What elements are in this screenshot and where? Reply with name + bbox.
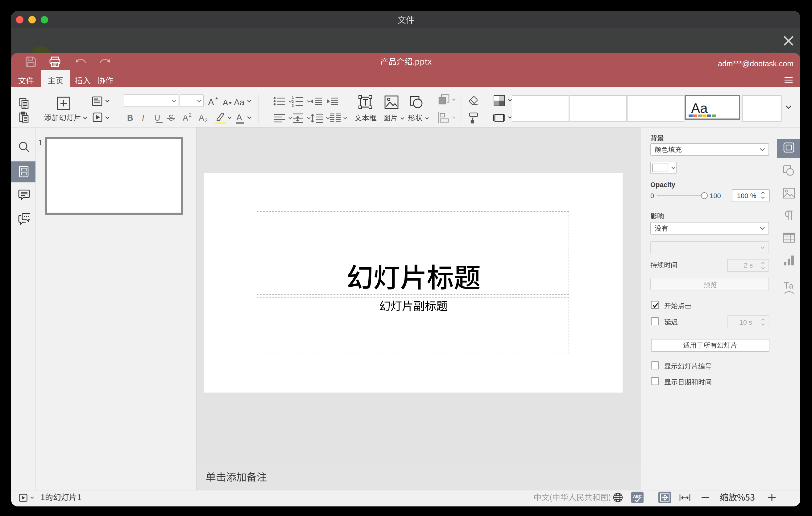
svg-text:2 s: 2 s (744, 261, 753, 269)
svg-text:I: I (142, 113, 144, 122)
svg-text:A: A (199, 113, 204, 122)
svg-text:0: 0 (650, 192, 654, 200)
svg-text:Aa: Aa (234, 97, 245, 107)
svg-text:A: A (236, 113, 242, 122)
svg-text:A: A (208, 97, 214, 107)
svg-text:3: 3 (292, 104, 294, 107)
svg-text:2: 2 (189, 112, 192, 118)
svg-text:B: B (127, 113, 133, 122)
svg-text:2: 2 (292, 100, 294, 104)
svg-text:a: a (789, 281, 793, 290)
svg-text:10 s: 10 s (739, 318, 752, 326)
svg-text:Aa: Aa (691, 101, 708, 116)
svg-text:1: 1 (38, 138, 42, 147)
svg-text:100 %: 100 % (737, 192, 756, 200)
svg-text:1: 1 (292, 96, 294, 99)
svg-text:100: 100 (709, 192, 721, 200)
svg-text:U: U (154, 113, 161, 122)
svg-text:A: A (183, 113, 188, 122)
svg-text:2: 2 (205, 118, 208, 123)
svg-text:adm***@dootask.com: adm***@dootask.com (718, 59, 793, 68)
svg-text:Opacity: Opacity (650, 181, 675, 189)
svg-text:T: T (784, 280, 789, 290)
svg-text:A: A (223, 98, 228, 107)
